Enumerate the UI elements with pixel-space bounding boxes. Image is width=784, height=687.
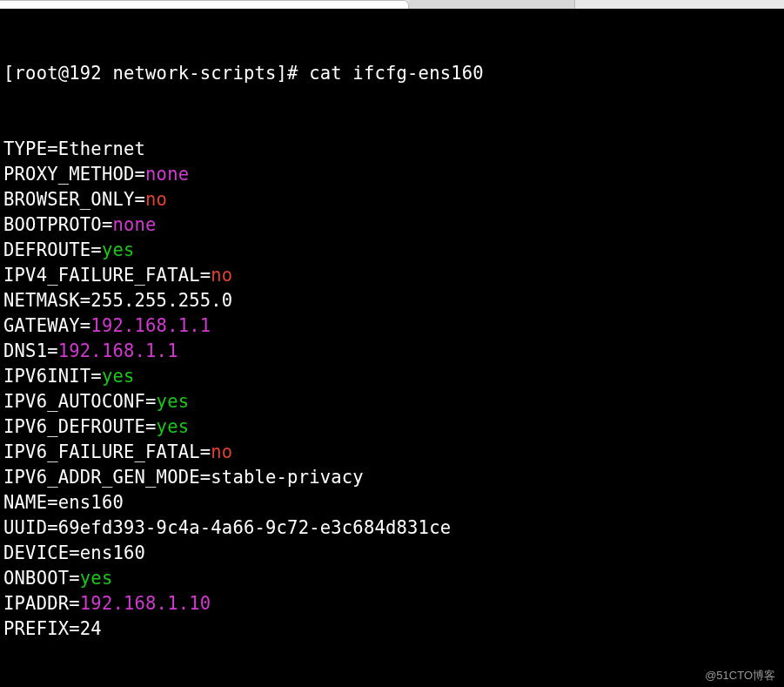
- config-line: DEVICE=ens160: [3, 541, 781, 566]
- config-value: no: [211, 441, 232, 462]
- equals-sign: =: [200, 441, 211, 462]
- config-line: BOOTPROTO=none: [3, 212, 781, 238]
- equals-sign: =: [69, 542, 80, 563]
- config-line: ONBOOT=yes: [3, 566, 781, 591]
- equals-sign: =: [69, 568, 80, 589]
- config-value: ens160: [80, 542, 145, 563]
- config-line: PREFIX=24: [3, 616, 781, 642]
- equals-sign: =: [69, 618, 80, 639]
- tab-active[interactable]: [0, 0, 409, 9]
- config-value: 24: [80, 618, 102, 639]
- config-line: IPV6_ADDR_GEN_MODE=stable-privacy: [3, 465, 781, 490]
- equals-sign: =: [47, 517, 58, 538]
- equals-sign: =: [90, 239, 102, 260]
- config-line: UUID=69efd393-9c4a-4a66-9c72-e3c684d831c…: [3, 515, 781, 541]
- tab-inactive[interactable]: [409, 0, 575, 9]
- equals-sign: =: [47, 138, 58, 159]
- config-line: IPV4_FAILURE_FATAL=no: [3, 263, 781, 288]
- equals-sign: =: [47, 340, 58, 361]
- config-key: IPV6_FAILURE_FATAL: [3, 441, 200, 462]
- config-key: BROWSER_ONLY: [3, 189, 135, 210]
- config-value: 192.168.1.10: [80, 593, 211, 614]
- config-value: none: [112, 214, 156, 235]
- command-1: cat ifcfg-ens160: [309, 63, 484, 84]
- config-value: Ethernet: [58, 138, 145, 159]
- config-key: ONBOOT: [3, 568, 69, 589]
- config-value: ens160: [58, 492, 124, 513]
- config-line: GATEWAY=192.168.1.1: [3, 313, 781, 339]
- config-line: DNS1=192.168.1.1: [3, 339, 781, 364]
- config-line: IPV6_DEFROUTE=yes: [3, 414, 781, 440]
- config-value: no: [145, 189, 167, 210]
- prompt-line-1: [root@192 network-scripts]# cat ifcfg-en…: [3, 61, 781, 86]
- config-key: IPV4_FAILURE_FATAL: [3, 265, 200, 286]
- config-key: UUID: [3, 517, 47, 538]
- config-value: 192.168.1.1: [58, 340, 178, 361]
- config-line: NETMASK=255.255.255.0: [3, 288, 781, 313]
- config-value: 69efd393-9c4a-4a66-9c72-e3c684d831ce: [58, 517, 452, 538]
- config-value: no: [211, 265, 232, 286]
- equals-sign: =: [90, 366, 102, 387]
- config-value: 192.168.1.1: [90, 315, 211, 336]
- config-value: 255.255.255.0: [90, 290, 232, 311]
- config-value: yes: [80, 568, 113, 589]
- config-value: yes: [102, 366, 135, 387]
- config-value: yes: [157, 416, 190, 437]
- file-output: TYPE=EthernetPROXY_METHOD=noneBROWSER_ON…: [3, 137, 781, 642]
- prompt-1: [root@192 network-scripts]#: [3, 63, 309, 84]
- equals-sign: =: [80, 290, 91, 311]
- config-key: BOOTPROTO: [3, 214, 102, 235]
- equals-sign: =: [145, 416, 157, 437]
- config-key: IPV6_ADDR_GEN_MODE: [3, 467, 200, 488]
- equals-sign: =: [200, 265, 211, 286]
- config-key: DEFROUTE: [3, 239, 90, 260]
- config-key: NETMASK: [3, 290, 80, 311]
- config-value: yes: [157, 391, 190, 412]
- config-key: NAME: [3, 492, 47, 513]
- config-value: none: [145, 164, 189, 185]
- config-key: IPADDR: [3, 593, 69, 614]
- config-key: PREFIX: [3, 618, 69, 639]
- equals-sign: =: [69, 593, 80, 614]
- terminal-area[interactable]: [root@192 network-scripts]# cat ifcfg-en…: [0, 9, 784, 687]
- equals-sign: =: [200, 467, 211, 488]
- config-line: TYPE=Ethernet: [3, 137, 781, 162]
- config-value: yes: [102, 239, 135, 260]
- config-key: TYPE: [3, 138, 47, 159]
- config-line: BROWSER_ONLY=no: [3, 187, 781, 212]
- terminal-window: [root@192 network-scripts]# cat ifcfg-en…: [0, 0, 784, 687]
- config-line: IPV6INIT=yes: [3, 364, 781, 389]
- config-line: IPV6_AUTOCONF=yes: [3, 389, 781, 414]
- equals-sign: =: [47, 492, 58, 513]
- config-key: IPV6INIT: [3, 366, 90, 387]
- equals-sign: =: [145, 391, 157, 412]
- equals-sign: =: [102, 214, 113, 235]
- config-key: PROXY_METHOD: [3, 164, 135, 185]
- config-line: NAME=ens160: [3, 490, 781, 515]
- config-key: DEVICE: [3, 542, 69, 563]
- equals-sign: =: [135, 164, 146, 185]
- config-key: IPV6_DEFROUTE: [3, 416, 145, 437]
- config-value: stable-privacy: [211, 467, 364, 488]
- equals-sign: =: [135, 189, 146, 210]
- equals-sign: =: [80, 315, 91, 336]
- config-line: DEFROUTE=yes: [3, 238, 781, 263]
- config-line: PROXY_METHOD=none: [3, 162, 781, 187]
- config-line: IPV6_FAILURE_FATAL=no: [3, 440, 781, 465]
- config-key: GATEWAY: [3, 315, 80, 336]
- config-key: IPV6_AUTOCONF: [3, 391, 145, 412]
- watermark: @51CTO博客: [705, 668, 775, 684]
- config-line: IPADDR=192.168.1.10: [3, 591, 781, 616]
- config-key: DNS1: [3, 340, 47, 361]
